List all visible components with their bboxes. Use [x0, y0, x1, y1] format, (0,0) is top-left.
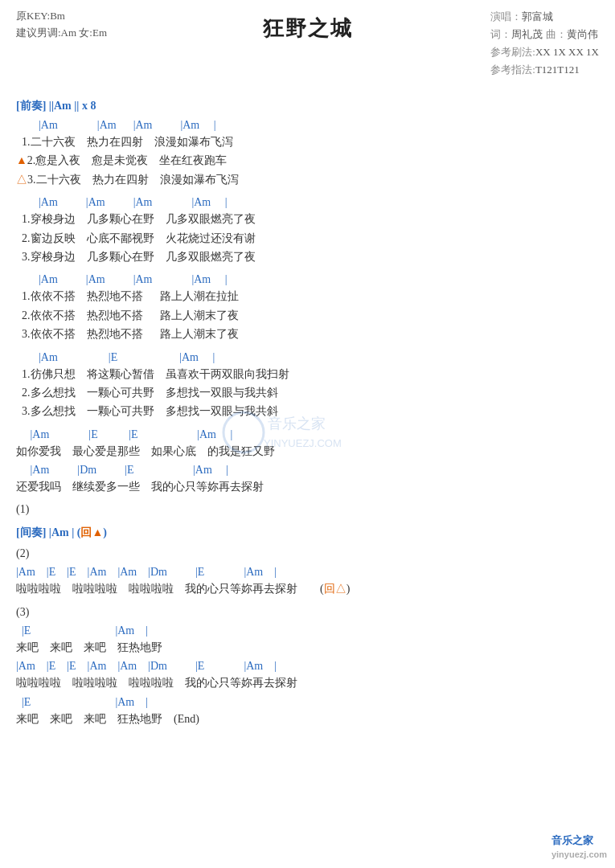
lyric-2a: 啦啦啦啦 啦啦啦啦 啦啦啦啦 我的心只等妳再去探射 (回△): [16, 580, 599, 598]
lyric-v3-3: 3.依依不搭 热烈地不搭 路上人潮末了夜: [16, 326, 599, 343]
lyric-3a: 来吧 来吧 来吧 狂热地野: [16, 639, 599, 657]
composer-value: 黄尚伟: [567, 28, 598, 40]
lyric-c2: 还爱我吗 继续爱多一些 我的心只等妳再去探射: [16, 478, 599, 496]
lyricist-line: 词：周礼茂 曲：黄尚伟: [490, 26, 599, 43]
chord-line-3b: |Am |E |E |Am |Am |Dm |E |Am |: [16, 657, 599, 674]
prelude-chords: ||Am || x 8: [49, 100, 96, 112]
singer-value: 郭富城: [522, 10, 553, 23]
strum-label: 参考刷法:: [490, 46, 535, 58]
lyric-v1-3: △3.二十六夜 热力在四射 浪漫如瀑布飞泻: [16, 171, 599, 189]
lyric-v1-2: ▲2.愈是入夜 愈是未觉夜 坐在红夜跑车: [16, 152, 599, 170]
section-2: (2) |Am |E |E |Am |Am |Dm |E |Am | 啦啦啦啦 …: [16, 545, 599, 599]
chord-line-3: |Am |Am |Am |Am |: [16, 271, 599, 288]
interlude-bracket: [间奏]: [16, 526, 46, 538]
lyricist-value: 周礼茂: [511, 28, 543, 40]
chord-line-3c: |E |Am |: [16, 694, 599, 710]
chord-line-c2: |Am |Dm |E |Am |: [16, 461, 599, 478]
pick-value: T121T121: [535, 63, 580, 76]
marker-3: (3): [16, 604, 599, 621]
prelude-bracket: [前奏]: [16, 100, 46, 112]
logo-url: yinyuezj.com: [551, 850, 607, 859]
section-chorus: |Am |E |E |Am | 如你爱我 最心爱是那些 如果心底 的我是狂又野 …: [16, 426, 599, 497]
lyric-v4-1: 1.彷佛只想 将这颗心暂借 虽喜欢干两双眼向我扫射: [16, 366, 599, 383]
pick-label: 参考指法:: [490, 63, 535, 76]
singer-line: 演唱：郭富城: [490, 8, 599, 26]
section-verse3: |Am |Am |Am |Am | 1.依依不搭 热烈地不搭 路上人潮在拉扯 2…: [16, 271, 599, 343]
lyric-v1-1: 1.二十六夜 热力在四射 浪漫如瀑布飞泻: [16, 133, 599, 151]
lyric-v3-2: 2.依依不搭 热烈地不搭 路上人潮末了夜: [16, 307, 599, 325]
chord-line-2: |Am |Am |Am |Am |: [16, 194, 599, 211]
lyric-v2-1: 1.穿梭身边 几多颗心在野 几多双眼燃亮了夜: [16, 211, 599, 228]
strum-value: XX 1X XX 1X: [535, 46, 599, 58]
meta-left: 原KEY:Bm 建议男调:Am 女:Em: [16, 8, 107, 42]
lyric-v4-3: 3.多么想找 一颗心可共野 多想找一双眼与我共斜: [16, 403, 599, 420]
meta-right: 演唱：郭富城 词：周礼茂 曲：黄尚伟 参考刷法:XX 1X XX 1X 参考指法…: [490, 8, 599, 79]
interlude-chords: |Am | (回▲): [49, 526, 107, 538]
logo-bottom-right: 音乐之家 yinyuezj.com: [551, 833, 607, 860]
lyricist-label: 词：: [490, 28, 511, 40]
lyric-v2-3: 3.穿梭身边 几多颗心在野 几多双眼燃亮了夜: [16, 248, 599, 266]
section-verse1: |Am |Am |Am |Am | 1.二十六夜 热力在四射 浪漫如瀑布飞泻 ▲…: [16, 117, 599, 189]
interlude-line: [间奏] |Am | (回▲): [16, 526, 599, 540]
pick-line: 参考指法:T121T121: [490, 61, 599, 79]
content-area: [前奏] ||Am || x 8 |Am |Am |Am |Am | 1.二十六…: [16, 99, 599, 728]
chord-line-c1: |Am |E |E |Am |: [16, 426, 599, 443]
key-info: 原KEY:Bm: [16, 8, 107, 25]
strum-line: 参考刷法:XX 1X XX 1X: [490, 43, 599, 61]
lyric-v2-2: 2.窗边反映 心底不鄙视野 火花烧过还没有谢: [16, 230, 599, 248]
section-verse2: |Am |Am |Am |Am | 1.穿梭身边 几多颗心在野 几多双眼燃亮了夜…: [16, 194, 599, 266]
section-1-marker: (1) [间奏] |Am | (回▲): [16, 501, 599, 539]
singer-label: 演唱：: [490, 10, 522, 23]
section-3: (3) |E |Am | 来吧 来吧 来吧 狂热地野 |Am |E |E |Am…: [16, 604, 599, 729]
chord-line-4: |Am |E |Am |: [16, 349, 599, 366]
chord-line-1: |Am |Am |Am |Am |: [16, 117, 599, 133]
composer-label: 曲：: [546, 28, 567, 40]
lyric-v3-1: 1.依依不搭 热烈地不搭 路上人潮在拉扯: [16, 288, 599, 305]
lyric-v4-2: 2.多么想找 一颗心可共野 多想找一双眼与我共斜: [16, 384, 599, 402]
chord-line-3a: |E |Am |: [16, 622, 599, 639]
suggestion-info: 建议男调:Am 女:Em: [16, 25, 107, 42]
marker-2: (2): [16, 545, 599, 563]
lyric-c1: 如你爱我 最心爱是那些 如果心底 的我是狂又野: [16, 443, 599, 461]
lyric-3b: 啦啦啦啦 啦啦啦啦 啦啦啦啦 我的心只等妳再去探射: [16, 674, 599, 692]
prelude-line: [前奏] ||Am || x 8: [16, 99, 599, 113]
section-verse4: |Am |E |Am | 1.彷佛只想 将这颗心暂借 虽喜欢干两双眼向我扫射 2…: [16, 349, 599, 421]
chord-line-2a: |Am |E |E |Am |Am |Dm |E |Am |: [16, 563, 599, 580]
marker-1: (1): [16, 501, 599, 518]
logo-text: 音乐之家: [551, 834, 593, 846]
lyric-3c: 来吧 来吧 来吧 狂热地野 (End): [16, 710, 599, 728]
